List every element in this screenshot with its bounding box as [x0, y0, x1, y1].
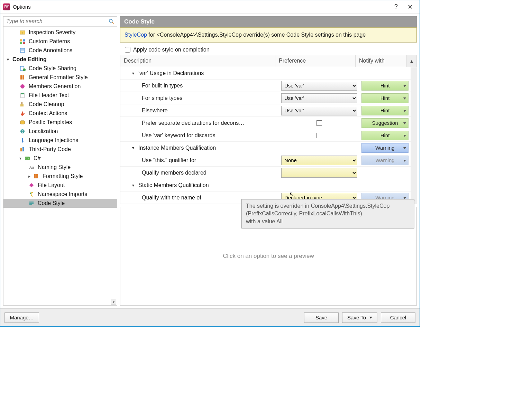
- settings-grid: Description Preference Notify with ▴ ▾'v…: [120, 55, 417, 204]
- col-notify[interactable]: Notify with: [356, 55, 407, 67]
- tree-item[interactable]: Code Annotations: [3, 46, 117, 55]
- tree-item[interactable]: Language Injections: [3, 136, 117, 145]
- tree-scroll-down-icon[interactable]: ▾: [111, 299, 116, 305]
- help-button[interactable]: ?: [389, 0, 403, 13]
- banner-text: for <ConsoleApp4>\Settings.StyleCop over…: [147, 32, 366, 38]
- tree-item[interactable]: File Header Text: [3, 91, 117, 100]
- svg-rect-37: [29, 204, 32, 205]
- preference-checkbox[interactable]: [317, 120, 322, 126]
- grid-header: Description Preference Notify with ▴: [120, 55, 417, 67]
- cancel-button[interactable]: Cancel: [381, 312, 415, 323]
- svg-rect-24: [22, 138, 23, 141]
- tree-item[interactable]: Code Style: [3, 199, 117, 208]
- tree-item[interactable]: !Inspection Severity: [3, 28, 117, 37]
- grid-section-row[interactable]: ▾Static Members Qualification: [120, 179, 417, 192]
- preference-select[interactable]: Use 'var': [281, 106, 357, 115]
- manage-button[interactable]: Manage…: [4, 312, 39, 323]
- tree-item-icon: [19, 65, 26, 72]
- svg-rect-13: [20, 75, 22, 80]
- tree-item[interactable]: 文Localization: [3, 127, 117, 136]
- tree-item-label: Postfix Templates: [29, 119, 72, 125]
- tooltip: The setting is overriden in ConsoleApp4\…: [241, 199, 414, 228]
- search-input[interactable]: [6, 18, 108, 25]
- grid-scrollbar[interactable]: ▾: [411, 67, 417, 204]
- tree-item-label: Code Style: [38, 200, 65, 206]
- tree-item[interactable]: Third-Party Code: [3, 145, 117, 154]
- tree-item-icon: [33, 173, 40, 179]
- notify-select[interactable]: Warning: [361, 156, 409, 165]
- tree[interactable]: !Inspection SeverityCustom PatternsCode …: [3, 27, 117, 305]
- col-description[interactable]: Description: [120, 55, 275, 67]
- preference-select[interactable]: [281, 168, 357, 178]
- tooltip-line: The setting is overriden in ConsoleApp4\…: [246, 202, 410, 210]
- tree-item-label: Custom Patterns: [29, 38, 70, 45]
- notify-select[interactable]: Hint: [361, 106, 409, 115]
- tree-item-icon: [19, 137, 26, 143]
- tree-item-label: Language Injections: [29, 137, 78, 143]
- grid-row[interactable]: Prefer separate declarations for decons……: [120, 117, 417, 129]
- apply-row: Apply code style on completion: [120, 45, 417, 55]
- main-panel: Code Style StyleCop for <ConsoleApp4>\Se…: [120, 16, 417, 306]
- svg-rect-6: [20, 42, 22, 44]
- tree-group[interactable]: ▾Code Editing: [3, 55, 117, 64]
- row-desc: Instance Members Qualification: [138, 145, 216, 151]
- notify-select[interactable]: Suggestion: [361, 118, 409, 128]
- svg-point-12: [23, 68, 26, 71]
- tree-item[interactable]: Members Generation: [3, 82, 117, 91]
- tree-item-label: File Header Text: [29, 92, 69, 99]
- preference-select[interactable]: Use 'var': [281, 93, 357, 103]
- page-title: Code Style: [120, 16, 417, 27]
- svg-point-15: [20, 84, 25, 88]
- search-wrap: [3, 17, 117, 27]
- tree-item[interactable]: ▾C#C#: [3, 154, 117, 163]
- tree-item[interactable]: Code Cleanup: [3, 100, 117, 109]
- tree-item-label: General Formatter Style: [29, 74, 88, 81]
- tree-item-icon: [19, 83, 26, 90]
- grid-row[interactable]: ElsewhereUse 'var'Hint: [120, 104, 417, 117]
- grid-row[interactable]: Qualify members declared: [120, 167, 417, 179]
- tree-item[interactable]: Context Actions: [3, 109, 117, 118]
- notify-select[interactable]: Hint: [361, 93, 409, 103]
- close-button[interactable]: ✕: [403, 0, 417, 13]
- tree-item-label: Inspection Severity: [29, 29, 75, 36]
- tree-item-icon: [19, 47, 26, 54]
- grid-row[interactable]: For simple typesUse 'var'Hint: [120, 92, 417, 104]
- notify-select[interactable]: Hint: [361, 81, 409, 91]
- chevron-down-icon: ▾: [132, 146, 136, 150]
- grid-row[interactable]: For built-in typesUse 'var'Hint: [120, 80, 417, 92]
- tree-item-icon: [19, 38, 26, 45]
- tree-item-label: Code Editing: [12, 56, 47, 63]
- notify-select[interactable]: Hint: [361, 131, 409, 140]
- tree-item[interactable]: File Layout: [3, 181, 117, 190]
- col-preference[interactable]: Preference: [275, 55, 356, 67]
- grid-row[interactable]: Use "this." qualifier forNoneWarning: [120, 154, 417, 167]
- preference-checkbox[interactable]: [317, 133, 322, 138]
- tree-item[interactable]: Code Style Sharing: [3, 64, 117, 73]
- save-button[interactable]: Save: [304, 312, 339, 323]
- preference-select[interactable]: None: [281, 156, 357, 165]
- preview-text: Click on an option to see a preview: [223, 253, 314, 260]
- svg-rect-27: [22, 147, 24, 151]
- chevron-down-icon: ▾: [132, 183, 136, 188]
- svg-rect-31: [34, 174, 36, 178]
- tree-item[interactable]: ▸Formatting Style: [3, 172, 117, 181]
- stylecop-link[interactable]: StyleCop: [125, 32, 147, 38]
- tree-item[interactable]: Custom Patterns: [3, 37, 117, 46]
- tree-item[interactable]: Namespace Imports: [3, 190, 117, 199]
- tree-item-icon: [28, 191, 35, 197]
- preference-select[interactable]: Use 'var': [281, 81, 357, 91]
- apply-checkbox[interactable]: [125, 47, 130, 53]
- svg-rect-18: [21, 102, 22, 104]
- grid-row[interactable]: Use 'var' keyword for discardsHint: [120, 129, 417, 142]
- grid-section-row[interactable]: ▾'var' Usage in Declarations: [120, 67, 417, 80]
- save-to-button[interactable]: Save To: [342, 312, 377, 323]
- tree-item[interactable]: General Formatter Style: [3, 73, 117, 82]
- svg-rect-32: [36, 174, 38, 178]
- tree-item[interactable]: Postfix Templates: [3, 118, 117, 127]
- scroll-up-icon[interactable]: ▴: [407, 55, 417, 67]
- tree-item[interactable]: AaNaming Style: [3, 163, 117, 172]
- notify-select[interactable]: Warning: [361, 143, 409, 153]
- grid-section-row[interactable]: ▾Instance Members QualificationWarning: [120, 142, 417, 154]
- search-icon[interactable]: [108, 18, 115, 25]
- tree-item-label: Localization: [29, 128, 58, 134]
